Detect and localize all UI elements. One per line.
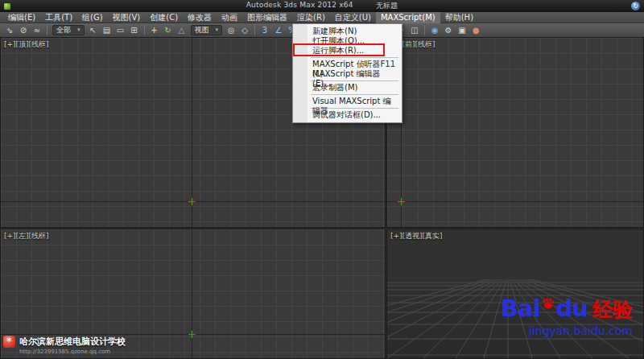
document-title: 无标题 (376, 1, 398, 11)
origin-axis-icon (188, 198, 196, 205)
menu-item-create[interactable]: 创建(C) (145, 12, 183, 23)
watermark-url: http://323991585.qzone.qq.com (19, 349, 126, 355)
viewport-label-top[interactable]: [+][顶][线框] (4, 39, 49, 50)
world-axis-y (192, 229, 192, 358)
watermark: * 哈尔滨新思维电脑设计学校 http://323991585.qzone.qq… (3, 336, 126, 355)
render-setup-icon[interactable]: ⚙ (442, 24, 455, 36)
rendered-frame-icon[interactable]: ▣ (456, 24, 469, 36)
app-title: Autodesk 3ds Max 2012 x64 (246, 1, 353, 11)
3dsmax-window: Autodesk 3ds Max 2012 x64 无标题 ↻ 编辑(E) 工具… (0, 0, 644, 359)
angle-snap-icon[interactable]: ∠ (272, 24, 285, 36)
menu-item-maxscript-listener[interactable]: MAXScript 侦听器(L)... F11 (293, 60, 402, 69)
menu-item-visual-maxscript-editor[interactable]: Visual MAXScript 编辑器... (293, 97, 402, 106)
menu-bar: 编辑(E) 工具(T) 组(G) 视图(V) 创建(C) 修改器 动画 图形编辑… (0, 12, 644, 23)
viewport-front[interactable]: [+][前][线框] (387, 38, 643, 227)
title-bar: Autodesk 3ds Max 2012 x64 无标题 ↻ (0, 0, 644, 12)
menu-separator (311, 94, 398, 95)
unlink-selection-icon[interactable]: ⊘ (17, 24, 30, 36)
select-scale-icon[interactable]: △ (175, 24, 188, 36)
viewport-label-perspective[interactable]: [+][透视][真实] (390, 231, 443, 241)
menu-item-group[interactable]: 组(G) (77, 12, 108, 23)
render-icon[interactable]: ● (469, 24, 482, 36)
menu-item-graph-editors[interactable]: 图形编辑器 (242, 12, 292, 23)
maxscript-menu: 新建脚本(N) 打开脚本(O)... 运行脚本(R)... MAXScript … (292, 23, 402, 123)
schematic-view-icon[interactable]: ◫ (408, 24, 421, 36)
selection-region-icon[interactable]: ▭ (114, 24, 127, 36)
window-crossing-icon[interactable]: ⊞ (128, 24, 141, 36)
chevron-down-icon: ▾ (216, 26, 219, 35)
viewport-grid (387, 38, 643, 227)
selection-filter-value: 全部 (56, 26, 71, 35)
menu-item-customize[interactable]: 自定义(U) (330, 12, 376, 23)
selection-filter-dropdown[interactable]: 全部 ▾ (52, 25, 85, 35)
snap-3d-icon[interactable]: 3 (258, 24, 271, 36)
baidu-site-url: jingyan.baidu.com (501, 324, 633, 337)
origin-axis-icon (188, 331, 196, 338)
toolbar-separator (424, 25, 425, 35)
window-title: Autodesk 3ds Max 2012 x64 无标题 (0, 1, 644, 11)
reference-coordinate-dropdown[interactable]: 视图 ▾ (191, 25, 223, 35)
annotation-red-box (293, 43, 385, 56)
select-move-icon[interactable]: + (148, 24, 161, 36)
menu-item-help[interactable]: 帮助(H) (440, 12, 478, 23)
chevron-down-icon: ▾ (77, 26, 80, 35)
baidu-paw-icon (542, 297, 555, 310)
select-rotate-icon[interactable]: ↻ (162, 24, 175, 36)
menu-item-edit[interactable]: 编辑(E) (3, 12, 40, 23)
menu-item-macro-recorder[interactable]: 宏录制器(M) (293, 83, 402, 93)
material-editor-icon[interactable]: ◉ (428, 24, 441, 36)
viewport-label-left[interactable]: [+][左][线框] (4, 231, 49, 241)
communication-center-icon[interactable]: ↻ (631, 2, 640, 10)
watermark-logo: * (3, 336, 15, 348)
toolbar-separator (47, 25, 47, 35)
menu-separator (311, 57, 398, 58)
baidu-wordmark-prefix: Bai (501, 295, 540, 322)
menu-item-rendering[interactable]: 渲染(R) (292, 12, 330, 23)
use-pivot-center-icon[interactable]: ◎ (225, 24, 237, 36)
select-by-name-icon[interactable]: ▤ (101, 24, 114, 36)
menu-item-tools[interactable]: 工具(T) (40, 12, 77, 23)
world-axis-x (387, 201, 643, 202)
bind-spacewarp-icon[interactable]: ≈ (31, 24, 43, 36)
select-and-link-icon[interactable]: ⇘ (3, 24, 16, 36)
viewport-perspective[interactable]: [+][透视][真实] (387, 229, 643, 358)
perspective-grid (387, 229, 643, 358)
toolbar-separator (254, 25, 255, 35)
menu-item-modifiers[interactable]: 修改器 (183, 12, 217, 23)
menu-item-views[interactable]: 视图(V) (108, 12, 146, 23)
toolbar-separator (144, 25, 145, 35)
select-object-icon[interactable]: ↖ (87, 24, 100, 36)
menu-item-maxscript[interactable]: MAXScript(M) (376, 12, 440, 23)
menu-item-new-script[interactable]: 新建脚本(N) (293, 27, 402, 36)
origin-axis-icon (398, 198, 405, 205)
reference-coordinate-value: 视图 (195, 26, 209, 35)
baidu-jingyan-watermark: Bai du 经验 jingyan.baidu.com (501, 295, 633, 337)
baidu-brand-cn: 经验 (592, 296, 633, 323)
baidu-wordmark-suffix: du (556, 295, 588, 322)
select-manipulate-icon[interactable]: ◇ (238, 24, 251, 36)
menu-item-maxscript-editor[interactable]: MAXScript 编辑器(E)... (293, 69, 402, 79)
watermark-school-name: 哈尔滨新思维电脑设计学校 (19, 336, 126, 348)
menu-item-debugger-dialog[interactable]: 调试器对话框(D)... (293, 110, 402, 120)
menu-item-animation[interactable]: 动画 (217, 12, 242, 23)
